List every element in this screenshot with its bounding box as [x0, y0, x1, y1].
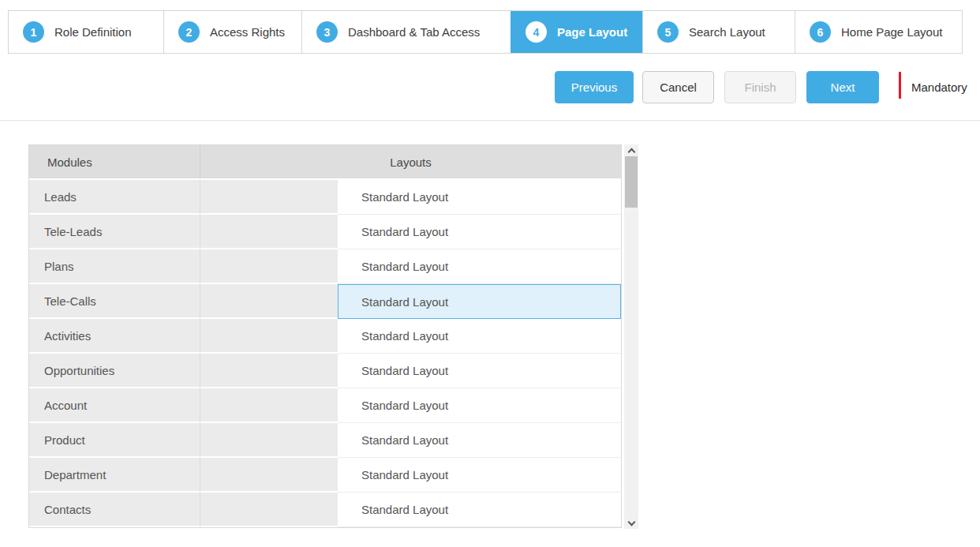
- module-spacer-cell: [200, 180, 338, 215]
- layout-select-cell[interactable]: Standard Layout: [338, 215, 621, 249]
- module-name: Leads: [44, 190, 77, 204]
- layout-value: Standard Layout: [361, 225, 448, 238]
- table-scrollbar-track[interactable]: [624, 144, 638, 529]
- layout-select-cell[interactable]: Standard Layout: [338, 493, 621, 527]
- layout-select-cell[interactable]: Standard Layout: [338, 388, 621, 423]
- step-number-badge: 2: [178, 21, 200, 43]
- step-label: Access Rights: [210, 25, 285, 39]
- module-name: Product: [44, 433, 85, 447]
- layout-select-cell[interactable]: Standard Layout: [338, 458, 621, 493]
- modules-column-header: Modules: [29, 145, 200, 178]
- layouts-column-header: Layouts: [200, 145, 621, 178]
- layout-value: Standard Layout: [361, 329, 448, 343]
- module-cell: Product: [29, 423, 200, 458]
- layout-select-cell[interactable]: Standard Layout: [338, 319, 621, 354]
- module-spacer-cell: [200, 423, 338, 458]
- step-label: Search Layout: [689, 25, 765, 39]
- layout-select-cell[interactable]: Standard Layout: [338, 354, 621, 388]
- table-row: Department Standard Layout: [29, 458, 621, 493]
- module-name: Contacts: [44, 503, 91, 516]
- table-header-row: Modules Layouts: [29, 145, 621, 180]
- previous-button[interactable]: Previous: [555, 71, 634, 103]
- scrollbar-thumb[interactable]: [625, 156, 638, 208]
- module-spacer-cell: [200, 319, 338, 354]
- table-row: Leads Standard Layout: [29, 180, 621, 215]
- module-spacer-cell: [200, 354, 338, 388]
- finish-button-disabled: Finish: [724, 71, 796, 103]
- module-spacer-cell: [200, 458, 338, 493]
- layout-value: Standard Layout: [361, 399, 448, 412]
- module-cell: Activities: [29, 319, 200, 354]
- section-divider: [0, 120, 980, 121]
- module-name: Plans: [44, 260, 74, 273]
- cancel-button[interactable]: Cancel: [642, 71, 714, 103]
- wizard-step-dashboard-tab-access[interactable]: 3 Dashboard & Tab Access: [301, 11, 511, 53]
- step-number-badge: 1: [23, 21, 44, 43]
- table-row: Activities Standard Layout: [29, 319, 621, 354]
- module-cell: Account: [29, 388, 200, 423]
- table-row: Account Standard Layout: [29, 388, 621, 423]
- wizard-step-home-page-layout[interactable]: 6 Home Page Layout: [795, 11, 962, 53]
- wizard-step-role-definition[interactable]: 1 Role Definition: [9, 11, 163, 53]
- wizard-step-search-layout[interactable]: 5 Search Layout: [642, 11, 795, 53]
- table-row: Opportunities Standard Layout: [29, 354, 621, 388]
- table-row: Plans Standard Layout: [29, 249, 621, 284]
- scroll-down-icon[interactable]: [628, 519, 634, 526]
- layout-select-cell[interactable]: Standard Layout: [338, 180, 621, 215]
- layout-value: Standard Layout: [361, 295, 448, 309]
- module-name: Account: [44, 399, 87, 412]
- module-cell: Leads: [29, 180, 200, 215]
- module-name: Tele-Calls: [44, 294, 96, 308]
- wizard-tabbar: 1 Role Definition 2 Access Rights 3 Dash…: [8, 10, 963, 54]
- layout-value: Standard Layout: [361, 190, 448, 204]
- step-label: Dashboard & Tab Access: [348, 25, 480, 39]
- module-spacer-cell: [200, 215, 338, 249]
- module-cell: Department: [29, 458, 200, 493]
- module-cell: Tele-Calls: [29, 284, 200, 319]
- module-name: Opportunities: [44, 364, 114, 377]
- module-name: Activities: [44, 329, 91, 343]
- layout-value: Standard Layout: [361, 468, 448, 481]
- mandatory-indicator-bar: [899, 72, 901, 99]
- next-button[interactable]: Next: [806, 71, 879, 103]
- module-cell: Opportunities: [29, 354, 200, 388]
- layout-value: Standard Layout: [361, 503, 448, 516]
- wizard-step-page-layout[interactable]: 4 Page Layout: [511, 11, 642, 53]
- step-number-badge: 3: [316, 21, 338, 43]
- layout-value: Standard Layout: [361, 364, 448, 377]
- table-row: Tele-Leads Standard Layout: [29, 215, 621, 249]
- step-label: Page Layout: [557, 25, 627, 39]
- layout-value: Standard Layout: [361, 433, 448, 447]
- module-spacer-cell: [200, 249, 338, 284]
- layout-select-cell[interactable]: Standard Layout: [338, 249, 621, 284]
- module-name: Department: [44, 468, 106, 481]
- step-number-badge: 6: [810, 21, 831, 43]
- step-number-badge: 4: [526, 21, 547, 43]
- table-row: Contacts Standard Layout: [29, 493, 621, 527]
- module-spacer-cell: [200, 388, 338, 423]
- module-spacer-cell: [200, 284, 338, 319]
- page-layout-table: Modules Layouts Leads Standard Layout Te…: [28, 144, 622, 528]
- layout-value: Standard Layout: [361, 260, 448, 273]
- module-cell: Contacts: [29, 493, 200, 527]
- wizard-step-access-rights[interactable]: 2 Access Rights: [163, 11, 301, 53]
- layout-select-cell[interactable]: Standard Layout: [338, 423, 621, 458]
- mandatory-label: Mandatory: [911, 81, 967, 94]
- step-label: Home Page Layout: [841, 25, 942, 39]
- step-label: Role Definition: [54, 25, 132, 39]
- module-cell: Plans: [29, 249, 200, 284]
- layout-select-cell[interactable]: Standard Layout: [338, 284, 621, 319]
- module-name: Tele-Leads: [44, 225, 102, 238]
- table-row: Product Standard Layout: [29, 423, 621, 458]
- module-spacer-cell: [200, 493, 338, 527]
- scroll-up-icon[interactable]: [628, 148, 634, 154]
- layout-table-body: Leads Standard Layout Tele-Leads Standar…: [29, 180, 621, 527]
- step-number-badge: 5: [657, 21, 679, 43]
- table-row: Tele-Calls Standard Layout: [29, 284, 621, 319]
- module-cell: Tele-Leads: [29, 215, 200, 249]
